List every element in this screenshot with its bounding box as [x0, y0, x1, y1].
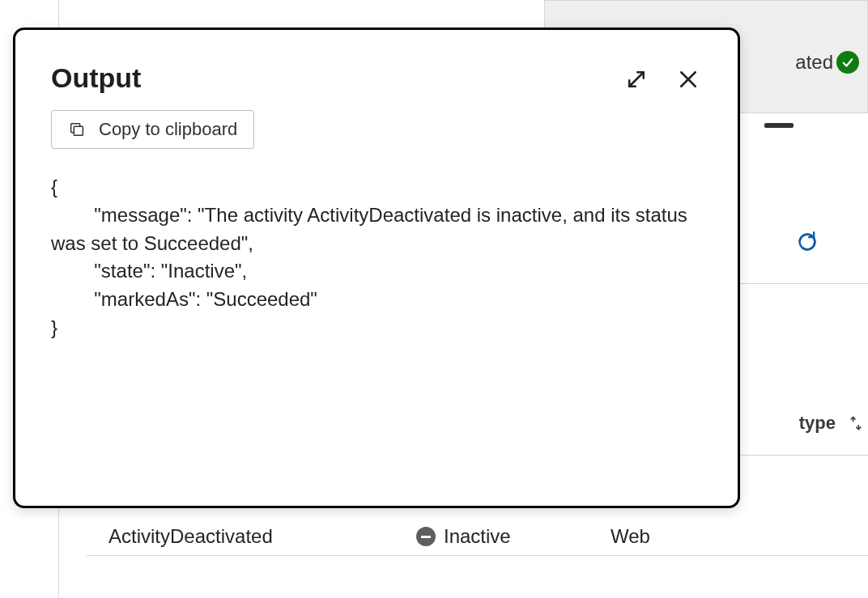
column-header-type[interactable]: type	[799, 413, 865, 434]
cell-activity-name: ActivityDeactivated	[108, 525, 416, 548]
cell-activity-state-label: Inactive	[444, 525, 511, 548]
dialog-title: Output	[51, 62, 141, 94]
output-json: { "message": "The activity ActivityDeact…	[51, 173, 702, 342]
copy-icon	[68, 121, 86, 138]
output-dialog: Output Copy to clipboard {	[13, 28, 740, 508]
svg-line-0	[629, 72, 644, 87]
expand-button[interactable]	[623, 66, 650, 93]
column-header-label: type	[799, 413, 836, 434]
activity-card-label: ated	[795, 51, 833, 74]
inactive-icon	[416, 527, 436, 546]
close-button[interactable]	[674, 66, 702, 93]
sort-icon[interactable]	[847, 414, 865, 432]
collapse-handle-icon	[764, 123, 794, 128]
cell-activity-state: Inactive	[416, 525, 611, 548]
table-row[interactable]: ActivityDeactivated Inactive Web	[86, 519, 868, 554]
svg-rect-3	[74, 126, 83, 135]
copy-to-clipboard-label: Copy to clipboard	[99, 119, 237, 140]
cell-activity-type: Web	[611, 525, 650, 548]
success-icon	[836, 51, 859, 74]
refresh-button[interactable]	[795, 230, 819, 254]
copy-to-clipboard-button[interactable]: Copy to clipboard	[51, 110, 254, 149]
table-row-underline	[86, 555, 868, 556]
